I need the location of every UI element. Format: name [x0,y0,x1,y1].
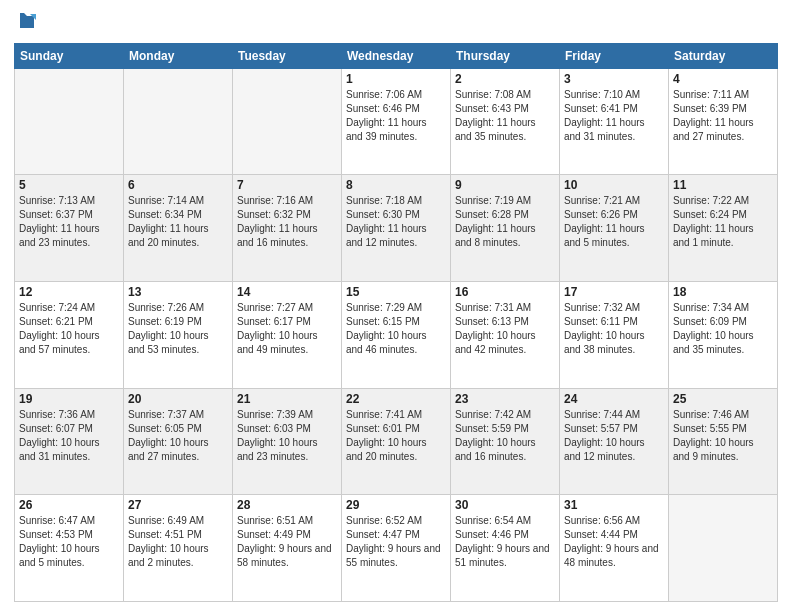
day-number: 26 [19,498,119,512]
day-info: Sunrise: 7:31 AMSunset: 6:13 PMDaylight:… [455,301,555,357]
day-info: Sunrise: 7:22 AMSunset: 6:24 PMDaylight:… [673,194,773,250]
day-info: Sunrise: 7:26 AMSunset: 6:19 PMDaylight:… [128,301,228,357]
day-info: Sunrise: 6:49 AMSunset: 4:51 PMDaylight:… [128,514,228,570]
day-number: 27 [128,498,228,512]
calendar-day-cell [15,68,124,175]
calendar-day-cell: 22Sunrise: 7:41 AMSunset: 6:01 PMDayligh… [342,388,451,495]
day-number: 1 [346,72,446,86]
day-info: Sunrise: 7:34 AMSunset: 6:09 PMDaylight:… [673,301,773,357]
calendar-day-cell: 30Sunrise: 6:54 AMSunset: 4:46 PMDayligh… [451,495,560,602]
day-number: 12 [19,285,119,299]
day-info: Sunrise: 6:56 AMSunset: 4:44 PMDaylight:… [564,514,664,570]
day-number: 15 [346,285,446,299]
calendar-day-cell: 31Sunrise: 6:56 AMSunset: 4:44 PMDayligh… [560,495,669,602]
day-info: Sunrise: 7:16 AMSunset: 6:32 PMDaylight:… [237,194,337,250]
weekday-header-cell: Wednesday [342,43,451,68]
day-info: Sunrise: 7:08 AMSunset: 6:43 PMDaylight:… [455,88,555,144]
calendar-day-cell: 7Sunrise: 7:16 AMSunset: 6:32 PMDaylight… [233,175,342,282]
calendar-body: 1Sunrise: 7:06 AMSunset: 6:46 PMDaylight… [15,68,778,601]
calendar-day-cell [233,68,342,175]
day-number: 19 [19,392,119,406]
day-number: 30 [455,498,555,512]
day-info: Sunrise: 7:21 AMSunset: 6:26 PMDaylight:… [564,194,664,250]
day-number: 28 [237,498,337,512]
logo [14,10,38,37]
calendar-day-cell: 27Sunrise: 6:49 AMSunset: 4:51 PMDayligh… [124,495,233,602]
calendar-day-cell: 17Sunrise: 7:32 AMSunset: 6:11 PMDayligh… [560,282,669,389]
day-number: 7 [237,178,337,192]
calendar-day-cell [669,495,778,602]
calendar-day-cell: 11Sunrise: 7:22 AMSunset: 6:24 PMDayligh… [669,175,778,282]
day-number: 10 [564,178,664,192]
calendar-day-cell: 3Sunrise: 7:10 AMSunset: 6:41 PMDaylight… [560,68,669,175]
calendar-day-cell: 6Sunrise: 7:14 AMSunset: 6:34 PMDaylight… [124,175,233,282]
weekday-header-cell: Sunday [15,43,124,68]
calendar-week-row: 5Sunrise: 7:13 AMSunset: 6:37 PMDaylight… [15,175,778,282]
calendar-day-cell: 2Sunrise: 7:08 AMSunset: 6:43 PMDaylight… [451,68,560,175]
day-info: Sunrise: 7:32 AMSunset: 6:11 PMDaylight:… [564,301,664,357]
calendar-day-cell: 29Sunrise: 6:52 AMSunset: 4:47 PMDayligh… [342,495,451,602]
day-info: Sunrise: 7:44 AMSunset: 5:57 PMDaylight:… [564,408,664,464]
day-number: 8 [346,178,446,192]
day-info: Sunrise: 6:54 AMSunset: 4:46 PMDaylight:… [455,514,555,570]
day-info: Sunrise: 7:27 AMSunset: 6:17 PMDaylight:… [237,301,337,357]
day-info: Sunrise: 6:47 AMSunset: 4:53 PMDaylight:… [19,514,119,570]
day-number: 9 [455,178,555,192]
calendar-week-row: 12Sunrise: 7:24 AMSunset: 6:21 PMDayligh… [15,282,778,389]
day-number: 17 [564,285,664,299]
day-number: 13 [128,285,228,299]
day-info: Sunrise: 7:42 AMSunset: 5:59 PMDaylight:… [455,408,555,464]
calendar-day-cell: 24Sunrise: 7:44 AMSunset: 5:57 PMDayligh… [560,388,669,495]
calendar-day-cell: 1Sunrise: 7:06 AMSunset: 6:46 PMDaylight… [342,68,451,175]
day-number: 22 [346,392,446,406]
day-info: Sunrise: 7:11 AMSunset: 6:39 PMDaylight:… [673,88,773,144]
day-info: Sunrise: 6:51 AMSunset: 4:49 PMDaylight:… [237,514,337,570]
calendar-week-row: 1Sunrise: 7:06 AMSunset: 6:46 PMDaylight… [15,68,778,175]
weekday-header-cell: Thursday [451,43,560,68]
day-info: Sunrise: 7:46 AMSunset: 5:55 PMDaylight:… [673,408,773,464]
weekday-header-cell: Friday [560,43,669,68]
logo-text [14,10,38,37]
day-info: Sunrise: 7:14 AMSunset: 6:34 PMDaylight:… [128,194,228,250]
day-number: 5 [19,178,119,192]
calendar-week-row: 19Sunrise: 7:36 AMSunset: 6:07 PMDayligh… [15,388,778,495]
day-number: 31 [564,498,664,512]
calendar-day-cell: 13Sunrise: 7:26 AMSunset: 6:19 PMDayligh… [124,282,233,389]
calendar-day-cell [124,68,233,175]
calendar-day-cell: 9Sunrise: 7:19 AMSunset: 6:28 PMDaylight… [451,175,560,282]
day-number: 20 [128,392,228,406]
calendar-day-cell: 20Sunrise: 7:37 AMSunset: 6:05 PMDayligh… [124,388,233,495]
calendar-day-cell: 5Sunrise: 7:13 AMSunset: 6:37 PMDaylight… [15,175,124,282]
day-number: 25 [673,392,773,406]
day-number: 14 [237,285,337,299]
calendar-day-cell: 25Sunrise: 7:46 AMSunset: 5:55 PMDayligh… [669,388,778,495]
header [14,10,778,37]
calendar-day-cell: 12Sunrise: 7:24 AMSunset: 6:21 PMDayligh… [15,282,124,389]
day-number: 6 [128,178,228,192]
calendar-day-cell: 18Sunrise: 7:34 AMSunset: 6:09 PMDayligh… [669,282,778,389]
day-info: Sunrise: 7:06 AMSunset: 6:46 PMDaylight:… [346,88,446,144]
weekday-header-cell: Saturday [669,43,778,68]
day-info: Sunrise: 7:29 AMSunset: 6:15 PMDaylight:… [346,301,446,357]
day-number: 21 [237,392,337,406]
day-number: 3 [564,72,664,86]
day-info: Sunrise: 7:10 AMSunset: 6:41 PMDaylight:… [564,88,664,144]
weekday-header-row: SundayMondayTuesdayWednesdayThursdayFrid… [15,43,778,68]
calendar-day-cell: 19Sunrise: 7:36 AMSunset: 6:07 PMDayligh… [15,388,124,495]
day-number: 11 [673,178,773,192]
page: SundayMondayTuesdayWednesdayThursdayFrid… [0,0,792,612]
day-info: Sunrise: 7:41 AMSunset: 6:01 PMDaylight:… [346,408,446,464]
calendar-table: SundayMondayTuesdayWednesdayThursdayFrid… [14,43,778,602]
day-number: 29 [346,498,446,512]
day-info: Sunrise: 7:39 AMSunset: 6:03 PMDaylight:… [237,408,337,464]
day-info: Sunrise: 7:24 AMSunset: 6:21 PMDaylight:… [19,301,119,357]
day-number: 23 [455,392,555,406]
calendar-day-cell: 21Sunrise: 7:39 AMSunset: 6:03 PMDayligh… [233,388,342,495]
weekday-header-cell: Tuesday [233,43,342,68]
calendar-day-cell: 4Sunrise: 7:11 AMSunset: 6:39 PMDaylight… [669,68,778,175]
calendar-day-cell: 8Sunrise: 7:18 AMSunset: 6:30 PMDaylight… [342,175,451,282]
day-number: 16 [455,285,555,299]
day-info: Sunrise: 7:37 AMSunset: 6:05 PMDaylight:… [128,408,228,464]
calendar-day-cell: 14Sunrise: 7:27 AMSunset: 6:17 PMDayligh… [233,282,342,389]
calendar-week-row: 26Sunrise: 6:47 AMSunset: 4:53 PMDayligh… [15,495,778,602]
